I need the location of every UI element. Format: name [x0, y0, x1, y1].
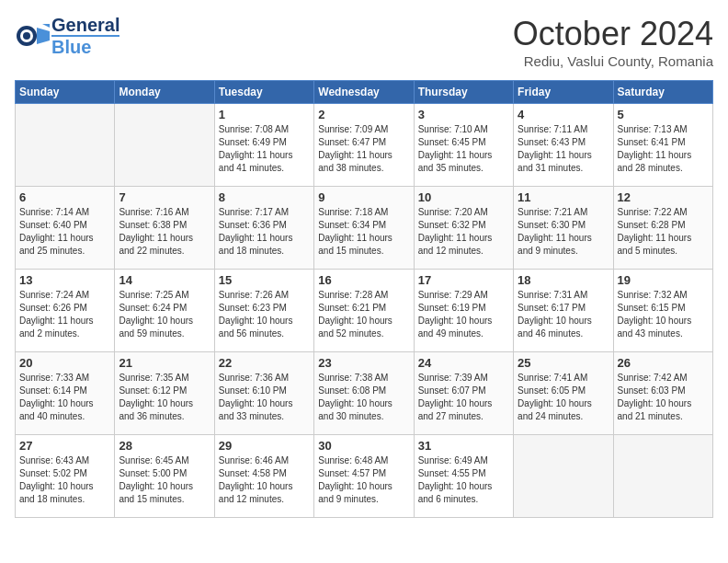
- day-info: Sunrise: 7:28 AM Sunset: 6:21 PM Dayligh…: [318, 289, 409, 340]
- calendar-table: SundayMondayTuesdayWednesdayThursdayFrid…: [15, 80, 713, 518]
- day-number: 29: [219, 439, 310, 453]
- day-info: Sunrise: 7:10 AM Sunset: 6:45 PM Dayligh…: [418, 123, 509, 175]
- day-number: 20: [19, 356, 110, 370]
- weekday-header-monday: Monday: [115, 81, 214, 104]
- calendar-cell: 14Sunrise: 7:25 AM Sunset: 6:24 PM Dayli…: [115, 270, 214, 352]
- title-block: October 2024 Rediu, Vaslui County, Roman…: [513, 15, 713, 69]
- calendar-cell: 26Sunrise: 7:42 AM Sunset: 6:03 PM Dayli…: [613, 352, 712, 435]
- day-info: Sunrise: 7:26 AM Sunset: 6:23 PM Dayligh…: [219, 289, 310, 340]
- weekday-header-wednesday: Wednesday: [314, 81, 414, 104]
- day-info: Sunrise: 7:35 AM Sunset: 6:12 PM Dayligh…: [119, 372, 210, 423]
- month-title: October 2024: [513, 15, 713, 53]
- calendar-cell: [115, 104, 214, 187]
- day-info: Sunrise: 6:43 AM Sunset: 5:02 PM Dayligh…: [19, 454, 110, 506]
- calendar-cell: 3Sunrise: 7:10 AM Sunset: 6:45 PM Daylig…: [414, 104, 513, 187]
- day-info: Sunrise: 7:41 AM Sunset: 6:05 PM Dayligh…: [518, 372, 609, 423]
- calendar-cell: [16, 104, 115, 187]
- day-number: 10: [418, 190, 509, 204]
- day-number: 30: [318, 439, 409, 453]
- svg-point-2: [23, 32, 30, 40]
- logo-icon: [15, 18, 50, 53]
- day-info: Sunrise: 7:42 AM Sunset: 6:03 PM Dayligh…: [618, 372, 709, 423]
- day-number: 5: [618, 108, 709, 121]
- day-info: Sunrise: 7:08 AM Sunset: 6:49 PM Dayligh…: [219, 123, 310, 175]
- calendar-cell: 24Sunrise: 7:39 AM Sunset: 6:07 PM Dayli…: [414, 352, 513, 435]
- svg-marker-4: [42, 24, 50, 28]
- calendar-cell: 6Sunrise: 7:14 AM Sunset: 6:40 PM Daylig…: [16, 187, 115, 270]
- day-info: Sunrise: 6:48 AM Sunset: 4:57 PM Dayligh…: [318, 454, 409, 506]
- calendar-week-5: 27Sunrise: 6:43 AM Sunset: 5:02 PM Dayli…: [16, 435, 713, 518]
- calendar-cell: 11Sunrise: 7:21 AM Sunset: 6:30 PM Dayli…: [514, 187, 613, 270]
- calendar-cell: 27Sunrise: 6:43 AM Sunset: 5:02 PM Dayli…: [16, 435, 115, 518]
- day-number: 23: [318, 356, 409, 370]
- day-number: 26: [618, 356, 709, 370]
- day-number: 2: [318, 108, 409, 121]
- calendar-cell: 22Sunrise: 7:36 AM Sunset: 6:10 PM Dayli…: [214, 352, 313, 435]
- day-number: 17: [418, 273, 509, 287]
- day-number: 21: [119, 356, 210, 370]
- calendar-cell: 28Sunrise: 6:45 AM Sunset: 5:00 PM Dayli…: [115, 435, 214, 518]
- day-info: Sunrise: 7:33 AM Sunset: 6:14 PM Dayligh…: [19, 372, 110, 423]
- logo: General Blue: [15, 15, 119, 57]
- calendar-cell: 29Sunrise: 6:46 AM Sunset: 4:58 PM Dayli…: [214, 435, 313, 518]
- calendar-cell: [514, 435, 613, 518]
- day-info: Sunrise: 7:22 AM Sunset: 6:28 PM Dayligh…: [618, 206, 709, 258]
- day-number: 19: [618, 273, 709, 287]
- day-info: Sunrise: 6:46 AM Sunset: 4:58 PM Dayligh…: [219, 454, 310, 506]
- day-info: Sunrise: 7:21 AM Sunset: 6:30 PM Dayligh…: [518, 206, 609, 258]
- day-info: Sunrise: 7:14 AM Sunset: 6:40 PM Dayligh…: [19, 206, 110, 258]
- calendar-cell: 18Sunrise: 7:31 AM Sunset: 6:17 PM Dayli…: [514, 270, 613, 352]
- calendar-cell: 7Sunrise: 7:16 AM Sunset: 6:38 PM Daylig…: [115, 187, 214, 270]
- calendar-cell: 30Sunrise: 6:48 AM Sunset: 4:57 PM Dayli…: [314, 435, 414, 518]
- calendar-week-1: 1Sunrise: 7:08 AM Sunset: 6:49 PM Daylig…: [16, 104, 713, 187]
- calendar-cell: 31Sunrise: 6:49 AM Sunset: 4:55 PM Dayli…: [414, 435, 513, 518]
- calendar-cell: 12Sunrise: 7:22 AM Sunset: 6:28 PM Dayli…: [613, 187, 712, 270]
- calendar-week-2: 6Sunrise: 7:14 AM Sunset: 6:40 PM Daylig…: [16, 187, 713, 270]
- day-info: Sunrise: 7:09 AM Sunset: 6:47 PM Dayligh…: [318, 123, 409, 175]
- svg-marker-3: [37, 28, 50, 44]
- calendar-cell: 5Sunrise: 7:13 AM Sunset: 6:41 PM Daylig…: [613, 104, 712, 187]
- weekday-header-thursday: Thursday: [414, 81, 513, 104]
- day-number: 22: [219, 356, 310, 370]
- day-info: Sunrise: 7:32 AM Sunset: 6:15 PM Dayligh…: [618, 289, 709, 340]
- calendar-cell: 23Sunrise: 7:38 AM Sunset: 6:08 PM Dayli…: [314, 352, 414, 435]
- day-number: 3: [418, 108, 509, 121]
- day-number: 28: [119, 439, 210, 453]
- day-number: 18: [518, 273, 609, 287]
- day-number: 14: [119, 273, 210, 287]
- day-number: 4: [518, 108, 609, 121]
- day-info: Sunrise: 7:38 AM Sunset: 6:08 PM Dayligh…: [318, 372, 409, 423]
- calendar-cell: 1Sunrise: 7:08 AM Sunset: 6:49 PM Daylig…: [214, 104, 313, 187]
- day-info: Sunrise: 7:13 AM Sunset: 6:41 PM Dayligh…: [618, 123, 709, 175]
- day-number: 27: [19, 439, 110, 453]
- day-number: 13: [19, 273, 110, 287]
- day-number: 12: [618, 190, 709, 204]
- calendar-cell: 16Sunrise: 7:28 AM Sunset: 6:21 PM Dayli…: [314, 270, 414, 352]
- calendar-cell: 2Sunrise: 7:09 AM Sunset: 6:47 PM Daylig…: [314, 104, 414, 187]
- day-info: Sunrise: 7:31 AM Sunset: 6:17 PM Dayligh…: [518, 289, 609, 340]
- day-number: 16: [318, 273, 409, 287]
- calendar-cell: 19Sunrise: 7:32 AM Sunset: 6:15 PM Dayli…: [613, 270, 712, 352]
- day-info: Sunrise: 7:39 AM Sunset: 6:07 PM Dayligh…: [418, 372, 509, 423]
- day-number: 24: [418, 356, 509, 370]
- day-info: Sunrise: 7:20 AM Sunset: 6:32 PM Dayligh…: [418, 206, 509, 258]
- weekday-header-tuesday: Tuesday: [214, 81, 313, 104]
- calendar-cell: 8Sunrise: 7:17 AM Sunset: 6:36 PM Daylig…: [214, 187, 313, 270]
- calendar-cell: 13Sunrise: 7:24 AM Sunset: 6:26 PM Dayli…: [16, 270, 115, 352]
- day-info: Sunrise: 7:11 AM Sunset: 6:43 PM Dayligh…: [518, 123, 609, 175]
- calendar-cell: [613, 435, 712, 518]
- weekday-header-saturday: Saturday: [613, 81, 712, 104]
- day-number: 1: [219, 108, 310, 121]
- calendar-cell: 10Sunrise: 7:20 AM Sunset: 6:32 PM Dayli…: [414, 187, 513, 270]
- day-info: Sunrise: 7:36 AM Sunset: 6:10 PM Dayligh…: [219, 372, 310, 423]
- day-number: 6: [19, 190, 110, 204]
- weekday-header-sunday: Sunday: [16, 81, 115, 104]
- day-number: 31: [418, 439, 509, 453]
- day-number: 25: [518, 356, 609, 370]
- logo-general: General: [51, 15, 119, 35]
- weekday-header-row: SundayMondayTuesdayWednesdayThursdayFrid…: [16, 81, 713, 104]
- logo-blue: Blue: [51, 35, 119, 57]
- weekday-header-friday: Friday: [514, 81, 613, 104]
- calendar-week-4: 20Sunrise: 7:33 AM Sunset: 6:14 PM Dayli…: [16, 352, 713, 435]
- day-info: Sunrise: 7:25 AM Sunset: 6:24 PM Dayligh…: [119, 289, 210, 340]
